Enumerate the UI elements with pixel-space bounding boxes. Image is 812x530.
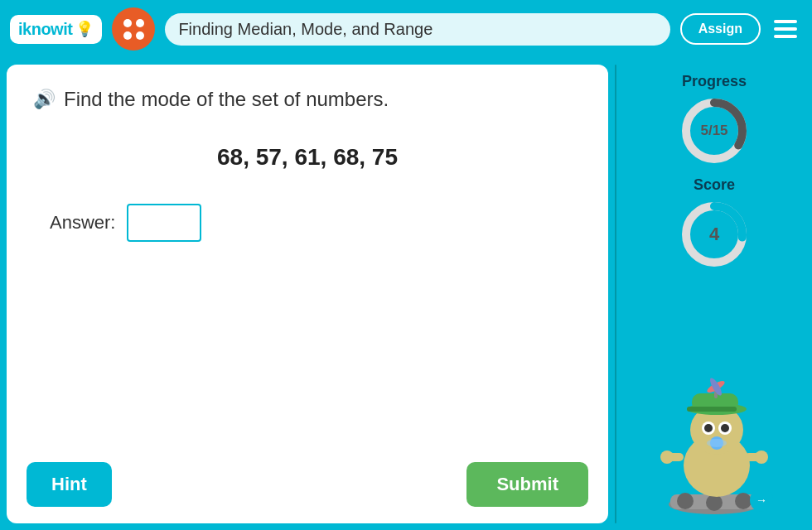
score-value: 4 xyxy=(709,224,719,245)
app-header: iknowit 💡 Finding Median, Mode, and Rang… xyxy=(0,0,812,58)
score-label: Score xyxy=(694,176,735,194)
answer-label: Answer: xyxy=(50,212,115,234)
menu-line xyxy=(774,27,797,31)
dice-dots xyxy=(123,19,144,40)
dice-dot xyxy=(123,19,132,27)
score-donut: 4 xyxy=(677,197,752,272)
progress-section: Progress 5/15 xyxy=(677,73,752,168)
menu-line xyxy=(774,20,797,23)
svg-point-4 xyxy=(735,493,752,509)
main-container: 🔊 Find the mode of the set of numbers. 6… xyxy=(0,58,812,530)
right-panel: Progress 5/15 Score 4 xyxy=(623,65,805,523)
hint-button[interactable]: Hint xyxy=(27,462,112,507)
progress-donut: 5/15 xyxy=(677,94,752,168)
svg-rect-13 xyxy=(687,407,737,412)
lesson-title: Finding Median, Mode, and Range xyxy=(165,13,669,46)
dice-dot xyxy=(136,19,144,27)
speaker-icon[interactable]: 🔊 xyxy=(33,89,56,110)
logo-text: iknowit xyxy=(18,20,72,39)
svg-point-20 xyxy=(721,424,729,432)
logo: iknowit 💡 xyxy=(10,15,102,44)
bulb-icon: 💡 xyxy=(75,20,94,38)
svg-point-9 xyxy=(755,450,768,464)
svg-point-8 xyxy=(660,450,674,464)
answer-input[interactable] xyxy=(127,204,201,242)
question-row: 🔊 Find the mode of the set of numbers. xyxy=(33,88,582,111)
progress-value: 5/15 xyxy=(700,123,727,139)
score-section: Score 4 xyxy=(677,176,752,272)
progress-label: Progress xyxy=(682,73,747,90)
question-text: Find the mode of the set of numbers. xyxy=(64,88,389,111)
menu-line xyxy=(774,35,797,38)
answer-row: Answer: xyxy=(50,204,582,242)
svg-point-3 xyxy=(706,494,723,511)
mascot-area: → xyxy=(652,280,776,515)
panel-divider xyxy=(615,65,616,523)
question-panel: 🔊 Find the mode of the set of numbers. 6… xyxy=(7,65,608,523)
menu-button[interactable] xyxy=(769,15,802,43)
dice-icon xyxy=(112,7,155,51)
header-actions: Assign xyxy=(680,13,802,45)
nav-arrow[interactable]: → xyxy=(750,489,773,512)
numbers-display: 68, 57, 61, 68, 75 xyxy=(33,144,582,171)
bottom-buttons: Hint Submit xyxy=(27,462,588,507)
svg-point-22 xyxy=(707,439,727,447)
submit-button[interactable]: Submit xyxy=(466,462,588,507)
dice-dot xyxy=(123,31,132,40)
assign-button[interactable]: Assign xyxy=(680,13,761,45)
svg-point-18 xyxy=(704,424,713,432)
svg-point-2 xyxy=(677,493,694,509)
dice-dot xyxy=(136,31,144,40)
